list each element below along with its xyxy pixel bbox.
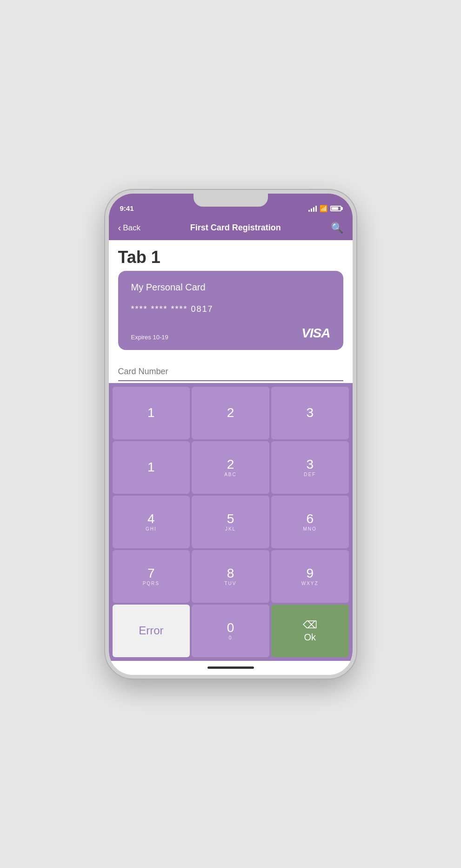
key-9-sub: WXYZ [301, 581, 319, 586]
signal-icon [308, 205, 317, 212]
volume-down-button [105, 273, 107, 291]
keypad-row-2: 1 2 ABC 3 DEF [113, 441, 349, 494]
credit-card: My Personal Card **** **** **** 0817 Exp… [118, 271, 343, 350]
keypad: 1 2 3 1 2 ABC 3 DE [109, 383, 353, 661]
key-6[interactable]: 6 MNO [271, 496, 349, 548]
key-5-label: 5 [227, 512, 234, 525]
key-3-top[interactable]: 3 [271, 387, 349, 439]
key-0-sub: 0 [229, 635, 233, 640]
key-8[interactable]: 8 TUV [192, 550, 269, 603]
key-0-label: 0 [227, 621, 234, 634]
card-bottom: Expires 10-19 VISA [131, 326, 330, 341]
card-expires: Expires 10-19 [131, 334, 168, 341]
key-8-sub: TUV [224, 581, 236, 586]
key-4-label: 4 [147, 512, 155, 525]
key-4-sub: GHI [146, 526, 157, 532]
keypad-row-4: 7 PQRS 8 TUV 9 WXYZ [113, 550, 349, 603]
key-1-label: 1 [147, 461, 155, 474]
key-3[interactable]: 3 DEF [271, 441, 349, 494]
card-name: My Personal Card [131, 282, 330, 293]
back-label: Back [123, 223, 140, 233]
key-9-label: 9 [306, 567, 314, 580]
tab-label: Tab 1 [109, 240, 353, 271]
keypad-row-3: 4 GHI 5 JKL 6 MNO [113, 496, 349, 548]
ok-content: ⌫ Ok [303, 619, 317, 643]
key-3-top-label: 3 [306, 406, 314, 419]
main-content: Tab 1 My Personal Card **** **** **** 08… [109, 240, 353, 675]
volume-up-button [105, 249, 107, 268]
key-2[interactable]: 2 ABC [192, 441, 269, 494]
keypad-row-1: 1 2 3 [113, 387, 349, 439]
ok-label: Ok [304, 632, 316, 643]
status-icons: 📶 [308, 205, 341, 212]
card-number-input[interactable] [118, 363, 343, 381]
input-section [109, 359, 353, 383]
key-1-top[interactable]: 1 [113, 387, 190, 439]
notch [194, 194, 268, 207]
home-indicator [109, 661, 353, 675]
key-1[interactable]: 1 [113, 441, 190, 494]
key-7[interactable]: 7 PQRS [113, 550, 190, 603]
key-1-top-label: 1 [147, 406, 155, 419]
key-5[interactable]: 5 JKL [192, 496, 269, 548]
key-2-top[interactable]: 2 [192, 387, 269, 439]
key-9[interactable]: 9 WXYZ [271, 550, 349, 603]
card-brand: VISA [301, 326, 330, 341]
wifi-icon: 📶 [320, 205, 327, 212]
keypad-row-5: Error 0 0 ⌫ Ok [113, 605, 349, 657]
card-number-display: **** **** **** 0817 [131, 304, 330, 314]
battery-icon [330, 206, 341, 211]
key-2-sub: ABC [224, 472, 237, 477]
key-6-sub: MNO [303, 526, 316, 532]
search-icon[interactable]: 🔍 [331, 222, 343, 234]
phone-frame: 9:41 📶 ‹ Back First Card Registration 🔍 … [105, 190, 356, 679]
chevron-left-icon: ‹ [118, 222, 121, 233]
key-5-sub: JKL [225, 526, 236, 532]
key-3-sub: DEF [304, 472, 316, 477]
key-6-label: 6 [306, 512, 314, 525]
key-7-label: 7 [147, 567, 155, 580]
navigation-bar: ‹ Back First Card Registration 🔍 [109, 216, 353, 240]
nav-title: First Card Registration [190, 223, 281, 233]
home-bar [207, 666, 254, 669]
key-3-label: 3 [306, 458, 314, 471]
backspace-icon: ⌫ [303, 619, 317, 631]
card-section: My Personal Card **** **** **** 0817 Exp… [109, 271, 353, 359]
key-2-top-label: 2 [227, 406, 234, 419]
status-time: 9:41 [120, 204, 134, 212]
key-2-label: 2 [227, 458, 234, 471]
key-0[interactable]: 0 0 [192, 605, 269, 657]
key-4[interactable]: 4 GHI [113, 496, 190, 548]
key-7-sub: PQRS [143, 581, 160, 586]
key-8-label: 8 [227, 567, 234, 580]
back-button[interactable]: ‹ Back [118, 222, 140, 233]
power-button [354, 263, 356, 296]
ok-button[interactable]: ⌫ Ok [271, 605, 349, 657]
error-label: Error [139, 625, 163, 636]
error-button[interactable]: Error [113, 605, 190, 657]
